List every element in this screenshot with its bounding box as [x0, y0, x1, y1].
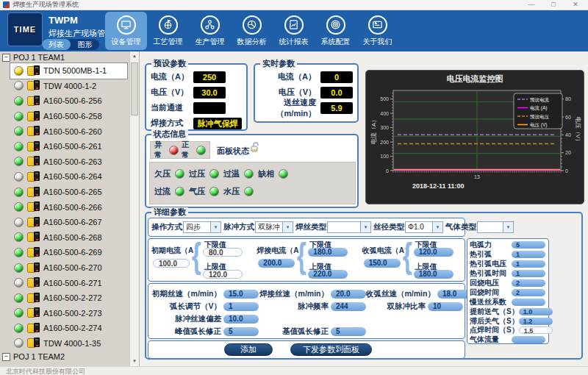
device-tree-item[interactable]: A160-500-6-271 — [10, 275, 127, 290]
initial-current-input[interactable]: 100.0 — [153, 259, 190, 268]
device-tree-item[interactable]: TDN 5000MB-1-1 — [10, 63, 127, 79]
scroll-up-icon[interactable] — [130, 51, 139, 61]
collapse-icon[interactable] — [2, 353, 10, 361]
svg-text:0: 0 — [565, 168, 568, 174]
pre-gas-time-input[interactable]: 1.0 — [519, 308, 553, 315]
weld-current-upper-input[interactable]: 220.0 — [308, 270, 348, 279]
gas-flow-input[interactable] — [512, 336, 545, 343]
nav-production-management[interactable]: 生产管理 — [189, 12, 231, 50]
nav-process-management[interactable]: 工艺管理 — [147, 12, 189, 50]
list-view-button[interactable]: 列表 — [42, 39, 71, 50]
tree-group-team2[interactable]: POJ 1 TEAM2 — [0, 351, 139, 362]
chart-title: 电压电流监控图 — [366, 74, 584, 85]
dropdown-arrow-icon[interactable] — [282, 222, 293, 232]
device-status-led — [14, 96, 24, 106]
device-tree-item[interactable]: A160-500-6-263 — [10, 154, 127, 170]
device-tree-item[interactable]: A160-500-2-272 — [10, 290, 127, 306]
device-tree-item[interactable]: A160-500-6-261 — [10, 139, 127, 154]
collapse-icon[interactable] — [2, 54, 10, 62]
nav-statistic-report[interactable]: 统计报表 — [273, 12, 315, 50]
minimize-button[interactable]: — — [520, 0, 542, 10]
pulse-frequency-input[interactable]: 244 — [331, 302, 366, 311]
device-tree-item[interactable]: A160-500-6-268 — [10, 230, 127, 246]
device-tree-item[interactable]: A160-500-6-270 — [10, 260, 127, 276]
voltage-current-monitor-panel: 电压电流监控图 0100200300400500020406080132018-… — [365, 70, 584, 204]
device-name: A160-500-6-269 — [43, 248, 102, 257]
dropdown-arrow-icon[interactable] — [503, 222, 513, 232]
gas-flow-label: 气体流量 — [470, 335, 512, 345]
spot-weld-time-input[interactable]: 1.5 — [519, 326, 553, 334]
wire-type-select[interactable] — [327, 221, 371, 233]
device-tree-item[interactable]: A160-500-6-256 — [10, 93, 127, 109]
svg-text:40: 40 — [565, 132, 571, 138]
normal-led — [196, 146, 206, 155]
crater-current-lower-input[interactable]: 120.0 — [414, 248, 453, 257]
tree-group-team1[interactable]: POJ 1 TEAM1 — [0, 51, 139, 63]
device-status-led — [14, 338, 24, 348]
scroll-down-icon[interactable] — [130, 357, 139, 366]
initial-current-lower-input[interactable]: 80.0 — [203, 248, 243, 257]
svg-text:500: 500 — [380, 96, 389, 101]
hot-arc-start-input[interactable]: 1 — [512, 251, 545, 258]
current-limits-box: 初期电流（A）100.0{下限值80.0上限值120.0焊接电流（A）200.0… — [148, 238, 465, 282]
dropdown-arrow-icon[interactable] — [210, 222, 220, 232]
operation-mode-select[interactable]: 四步 — [183, 221, 221, 233]
tree-scrollbar[interactable] — [129, 51, 139, 366]
slow-feed-coefficient-input[interactable] — [512, 299, 545, 306]
device-tree-item[interactable]: A160-500-2-273 — [10, 306, 127, 321]
arc-length-adjust-input[interactable]: 1 — [223, 302, 259, 311]
nav-about-us[interactable]: 关于我们 — [356, 12, 398, 50]
double-pulse-ratio-input[interactable]: 10 — [428, 302, 463, 311]
nav-device-management[interactable]: 设备管理 — [105, 12, 147, 50]
device-tree-item[interactable]: A160-500-6-264 — [10, 169, 127, 185]
nav-system-config[interactable]: 系统配置 — [315, 12, 356, 50]
pulse-wire-speed-offset-input[interactable]: 10.0 — [223, 315, 259, 324]
close-button[interactable]: ✕ — [564, 0, 587, 10]
hot-arc-time-input[interactable]: 1 — [512, 270, 545, 277]
burnback-voltage-input[interactable]: 2 — [512, 279, 545, 287]
arc-force-label: 电弧力 — [470, 240, 512, 250]
hot-arc-voltage-input[interactable]: 1 — [512, 260, 545, 268]
pulse-mode-select[interactable]: 双脉冲 — [255, 221, 293, 233]
device-name: A160-500-6-268 — [43, 233, 102, 242]
initial-wire-speed-input[interactable]: 15.0 — [223, 290, 259, 299]
device-tree-item[interactable]: A160-500-6-265 — [10, 185, 127, 200]
post-gas-time-input[interactable]: 1.2 — [519, 318, 553, 325]
add-button[interactable]: 添加 — [224, 343, 273, 356]
under-voltage-label: 欠压 — [154, 168, 171, 179]
dropdown-arrow-icon[interactable] — [360, 222, 370, 232]
operation-mode-label: 操作方式 — [151, 222, 182, 232]
device-tree-item[interactable]: TDW 4000-1-35 — [10, 336, 127, 351]
burnback-time-input[interactable]: 2 — [512, 289, 545, 296]
device-tree-item[interactable]: TDW 4000-1-2 — [10, 79, 127, 94]
weld-wire-speed-input[interactable]: 20.0 — [331, 290, 366, 299]
weld-current-lower-input[interactable]: 180.0 — [308, 248, 348, 257]
device-tree-item[interactable]: A160-500-2-274 — [10, 321, 127, 336]
device-name: A160-500-6-263 — [43, 157, 102, 166]
dropdown-arrow-icon[interactable] — [432, 222, 442, 232]
crater-current-upper-input[interactable]: 180.0 — [414, 270, 453, 279]
device-tree-item[interactable]: A160-500-6-260 — [10, 124, 127, 139]
base-arc-correction-input[interactable]: 5 — [331, 327, 366, 336]
nav-data-analysis[interactable]: 数据分析 — [231, 12, 273, 50]
device-tree-item[interactable]: A160-500-6-258 — [10, 109, 127, 124]
device-tree-item[interactable]: A160-500-6-267 — [10, 215, 127, 230]
maximize-button[interactable]: □ — [542, 0, 564, 10]
pulse-wire-speed-offset-label: 脉冲丝速偏差 — [148, 314, 221, 324]
device-tree-item[interactable]: A160-500-6-266 — [10, 199, 127, 215]
arc-force-input[interactable]: 5 — [512, 241, 545, 249]
gas-type-select[interactable] — [477, 221, 514, 233]
scroll-thumb[interactable] — [131, 63, 138, 115]
normal-abnormal-box: 异常 正常 — [150, 141, 210, 159]
graphic-view-button[interactable]: 图形 — [71, 39, 99, 50]
realtime-current-label: 电流（A） — [259, 71, 316, 82]
wire-type-label: 焊丝类型 — [295, 222, 326, 232]
peak-arc-correction-input[interactable]: 5 — [223, 327, 259, 336]
device-tree-item[interactable]: A160-500-6-269 — [10, 245, 127, 260]
weld-current-input[interactable]: 200.0 — [258, 259, 295, 268]
crater-current-input[interactable]: 150.0 — [364, 259, 401, 268]
send-params-button[interactable]: 下发参数到面板 — [290, 343, 372, 356]
initial-current-upper-input[interactable]: 120.0 — [203, 270, 243, 279]
wire-diameter-select[interactable]: Φ1.0 — [405, 221, 443, 233]
extra-params-box: 电弧力5热引弧1热引弧电压1热引弧时间1回烧电压2回烧时间2慢送丝系数提前送气（… — [467, 238, 549, 344]
